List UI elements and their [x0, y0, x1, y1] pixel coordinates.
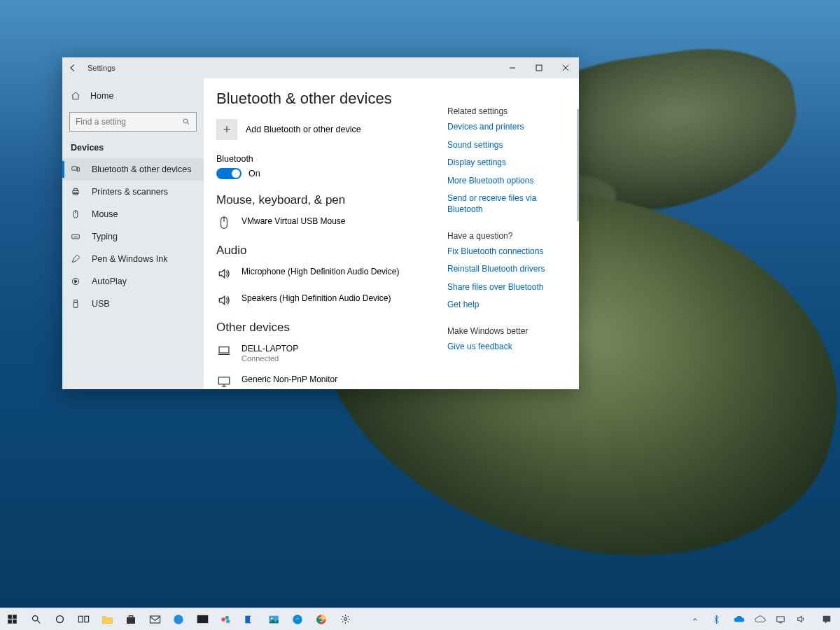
svg-point-35 [174, 615, 183, 624]
edge-legacy-button[interactable] [167, 608, 190, 630]
svg-rect-8 [73, 190, 78, 193]
link-get-help[interactable]: Get help [447, 300, 566, 311]
sidebar-section-label: Devices [62, 139, 204, 158]
sidebar-item-bluetooth[interactable]: Bluetooth & other devices [62, 158, 204, 181]
tray-onedrive-icon[interactable] [734, 615, 746, 623]
device-row[interactable]: DELL-LAPTOP Connected [216, 340, 428, 371]
tray-bluetooth-icon[interactable] [713, 615, 725, 624]
svg-point-39 [226, 620, 230, 623]
printer-icon [71, 187, 82, 197]
section-audio-title: Audio [216, 244, 428, 258]
store-button[interactable] [119, 608, 143, 630]
search-input[interactable] [69, 112, 197, 132]
svg-point-28 [32, 616, 38, 622]
mouse-icon [71, 209, 82, 219]
svg-rect-32 [84, 616, 88, 622]
settings-window: Settings Home [62, 57, 579, 389]
sidebar-item-pen[interactable]: Pen & Windows Ink [62, 248, 204, 270]
add-device-label: Add Bluetooth or other device [246, 125, 361, 134]
chrome-button[interactable] [309, 608, 333, 630]
bluetooth-label: Bluetooth [216, 154, 428, 164]
section-mouse-title: Mouse, keyboard, & pen [216, 193, 428, 207]
link-reinstall-bt[interactable]: Reinstall Bluetooth drivers [447, 264, 566, 275]
sidebar-item-mouse[interactable]: Mouse [62, 203, 204, 225]
edge-button[interactable] [286, 608, 309, 630]
svg-point-4 [183, 119, 188, 123]
svg-rect-34 [150, 616, 160, 623]
svg-rect-26 [8, 620, 12, 624]
start-button[interactable] [0, 608, 24, 630]
link-fix-bt[interactable]: Fix Bluetooth connections [447, 246, 566, 258]
photos-button[interactable] [262, 608, 286, 630]
device-name: Microphone (High Definition Audio Device… [241, 266, 399, 277]
bluetooth-toggle[interactable] [216, 168, 241, 179]
taskbar [0, 608, 840, 630]
tray-onedrive-icon[interactable] [755, 615, 767, 623]
question-heading: Have a question? [447, 231, 566, 241]
link-share-bt[interactable]: Share files over Bluetooth [447, 282, 566, 293]
link-more-bluetooth[interactable]: More Bluetooth options [447, 176, 566, 187]
tray-network-icon[interactable] [776, 615, 788, 624]
file-explorer-button[interactable] [95, 608, 119, 630]
device-row[interactable]: VMware Virtual USB Mouse [216, 213, 428, 239]
autoplay-icon [71, 276, 82, 286]
tray-chevron-icon[interactable] [692, 616, 704, 623]
nav-label: Mouse [92, 209, 118, 219]
svg-rect-13 [72, 234, 80, 239]
back-button[interactable] [68, 63, 83, 73]
side-panel: Related settings Devices and printers So… [447, 90, 566, 389]
mail-button[interactable] [143, 608, 167, 630]
svg-line-29 [37, 620, 40, 623]
link-feedback[interactable]: Give us feedback [447, 342, 566, 353]
svg-rect-7 [77, 167, 79, 172]
tray-action-center-icon[interactable] [822, 615, 834, 624]
scrollbar[interactable] [577, 109, 579, 221]
cortana-button[interactable] [48, 608, 71, 630]
svg-point-37 [221, 617, 225, 621]
task-view-button[interactable] [71, 608, 95, 630]
sidebar-item-printers[interactable]: Printers & scanners [62, 181, 204, 203]
svg-rect-36 [197, 615, 208, 623]
svg-point-38 [225, 615, 229, 619]
search-button[interactable] [24, 608, 48, 630]
link-devices-printers[interactable]: Devices and printers [447, 122, 566, 133]
tray-volume-icon[interactable] [797, 615, 809, 624]
svg-rect-33 [127, 617, 135, 623]
settings-taskbar-button[interactable] [333, 608, 357, 630]
device-row[interactable]: Speakers (High Definition Audio Device) [216, 290, 428, 316]
plus-icon: + [216, 119, 237, 140]
search-field[interactable] [76, 117, 182, 127]
minimize-button[interactable] [499, 57, 526, 78]
usb-icon [71, 299, 82, 309]
device-row[interactable]: Microphone (High Definition Audio Device… [216, 263, 428, 290]
sidebar-item-autoplay[interactable]: AutoPlay [62, 270, 204, 293]
link-display-settings[interactable]: Display settings [447, 158, 566, 169]
svg-point-44 [293, 615, 302, 624]
feedback-heading: Make Windows better [447, 326, 566, 336]
laptop-icon [216, 343, 232, 358]
nav-label: Typing [92, 232, 118, 241]
page-title: Bluetooth & other devices [216, 90, 428, 108]
related-heading: Related settings [447, 106, 566, 116]
titlebar: Settings [62, 57, 579, 78]
link-send-receive[interactable]: Send or receive files via Bluetooth [447, 193, 566, 215]
link-sound-settings[interactable]: Sound settings [447, 140, 566, 151]
svg-rect-16 [74, 300, 78, 303]
speaker-icon [216, 266, 232, 281]
device-row[interactable]: Generic Non-PnP Monitor [216, 371, 428, 389]
pen-icon [71, 254, 82, 264]
mouse-icon [216, 216, 232, 231]
app-button[interactable] [214, 608, 238, 630]
maximize-button[interactable] [526, 57, 552, 78]
sidebar-item-usb[interactable]: USB [62, 293, 204, 315]
close-button[interactable] [552, 57, 579, 78]
svg-point-48 [344, 618, 346, 621]
terminal-button[interactable] [190, 608, 214, 630]
outlook-button[interactable] [238, 608, 262, 630]
svg-rect-9 [74, 188, 78, 190]
home-button[interactable]: Home [62, 84, 204, 108]
speaker-icon [216, 293, 232, 308]
add-device-button[interactable]: + Add Bluetooth or other device [216, 119, 428, 140]
svg-rect-20 [219, 347, 229, 353]
sidebar-item-typing[interactable]: Typing [62, 225, 204, 248]
